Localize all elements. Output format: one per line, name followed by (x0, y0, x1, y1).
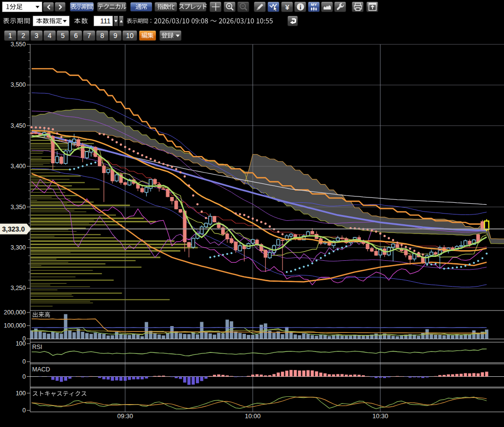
technical-button[interactable] (97, 2, 127, 12)
panel-axis-label: 0 (22, 358, 26, 365)
trendline-pointer-icon (268, 1, 279, 12)
area-chart-button[interactable] (321, 1, 333, 12)
caret-up-icon (120, 20, 123, 22)
mode-normal-button[interactable] (130, 2, 152, 12)
panel-axis-label: 200,000 (4, 309, 26, 316)
preset-slot-5-button[interactable]: 5 (56, 30, 69, 41)
yen-button[interactable]: ¥ (281, 1, 293, 12)
open-window-button[interactable] (366, 1, 378, 12)
print-button[interactable] (352, 1, 364, 12)
chevron-down-icon (63, 20, 67, 22)
panel-axis-label: 100 (16, 390, 26, 397)
current-price-tag: 3,323.0 (0, 224, 31, 234)
zoom-in-icon (224, 1, 235, 12)
area-chart-icon (322, 1, 333, 12)
selected-candle (485, 221, 489, 229)
zoom-in-button[interactable] (224, 1, 236, 12)
period-label (3, 15, 31, 27)
range-value-text (154, 18, 273, 24)
zoom-out-icon (238, 1, 249, 12)
interval-value (6, 4, 22, 10)
reset-period-button[interactable] (287, 16, 298, 26)
preset-slot-6-button[interactable]: 6 (70, 30, 82, 41)
chart-canvas[interactable]: 3,5503,5003,4503,4003,3503,3003,250200,0… (0, 42, 504, 427)
preset-slot-9-button[interactable]: 9 (109, 30, 122, 41)
register-label (161, 33, 173, 39)
price-axis-label: 3,400 (11, 163, 26, 170)
mode-normal-label (135, 4, 147, 10)
prev-button[interactable] (43, 2, 54, 12)
mode-indexed-label (157, 4, 175, 10)
panel-axis-label: 100,000 (4, 322, 26, 329)
caret-down-icon (114, 20, 117, 22)
range-label-text (127, 19, 153, 23)
svg-text:3,323.0: 3,323.0 (2, 225, 25, 233)
open-window-icon (367, 1, 378, 12)
preset-bar: 12345678910 (0, 28, 504, 42)
count-value: 111 (100, 17, 111, 25)
trendline-pointer-button[interactable] (267, 1, 280, 12)
period-mode-select[interactable] (33, 16, 70, 26)
svg-text:i: i (299, 4, 301, 11)
svg-text:¥: ¥ (285, 3, 289, 11)
preset-slot-10-button[interactable]: 10 (122, 30, 137, 41)
chevron-left-icon (47, 4, 51, 10)
my-chart-button[interactable]: MY (308, 1, 320, 12)
crosshair-button[interactable] (209, 1, 222, 12)
count-decrement-button[interactable] (113, 16, 118, 26)
caret-down-icon (176, 35, 180, 37)
count-label-text (74, 18, 89, 24)
display-period-label (70, 4, 93, 10)
yen-icon: ¥ (282, 1, 293, 12)
register-button[interactable] (159, 30, 182, 41)
period-bar: 111 (0, 14, 504, 28)
display-period-button[interactable] (70, 2, 94, 12)
draw-pencil-button[interactable] (254, 1, 266, 12)
price-axis-label: 3,450 (11, 122, 26, 129)
volume-panel (30, 314, 488, 339)
info-icon: i (295, 1, 306, 12)
preset-slot-4-button[interactable]: 4 (43, 30, 56, 41)
preset-slot-8-button[interactable]: 8 (96, 30, 109, 41)
period-label-text (3, 18, 31, 24)
time-axis: 09:3010:0010:30 (117, 412, 389, 420)
macd-panel-label: MACD (32, 366, 50, 373)
next-button[interactable] (55, 2, 66, 12)
stochastics-panel (32, 397, 487, 409)
period-mode-value (36, 18, 62, 24)
chart-app-window: {"app":{"title":"チャート","bg":"#000000"},"… (0, 0, 504, 427)
price-axis-label: 3,300 (11, 244, 26, 251)
ichimoku-cloud (32, 109, 504, 246)
time-axis-label: 10:00 (245, 412, 261, 420)
price-axis-label: 3,250 (11, 285, 26, 291)
preset-slot-1-button[interactable]: 1 (4, 30, 17, 41)
count-label (74, 15, 89, 27)
panel-axis-label: 0 (22, 373, 26, 380)
preset-slot-7-button[interactable]: 7 (83, 30, 95, 41)
main-price-panel (30, 69, 504, 311)
rsi-panel-label: RSI (32, 344, 42, 350)
print-icon (353, 1, 363, 12)
count-increment-button[interactable] (119, 16, 124, 26)
count-input[interactable]: 111 (93, 16, 113, 26)
preset-slot-3-button[interactable]: 3 (30, 30, 43, 41)
settings-wrench-button[interactable] (334, 1, 346, 12)
chevron-right-icon (58, 4, 62, 10)
edit-button[interactable] (139, 30, 156, 41)
return-arrow-icon (289, 18, 296, 24)
svg-text:MY: MY (311, 2, 317, 7)
edit-label (141, 33, 153, 39)
chevron-down-icon (36, 6, 39, 8)
preset-slot-2-button[interactable]: 2 (17, 30, 30, 41)
panel-axis-label: 0 (22, 407, 26, 414)
mode-spread-label (178, 4, 207, 10)
interval-select[interactable] (2, 1, 42, 12)
mode-indexed-button[interactable] (154, 2, 177, 12)
mode-spread-button[interactable] (179, 2, 206, 12)
zoom-out-button (237, 1, 249, 12)
range-value (154, 15, 273, 27)
technical-label (97, 4, 126, 10)
price-axis-label: 3,500 (11, 81, 26, 88)
panel-axis-label: 100 (16, 340, 26, 347)
info-button[interactable]: i (294, 1, 306, 12)
